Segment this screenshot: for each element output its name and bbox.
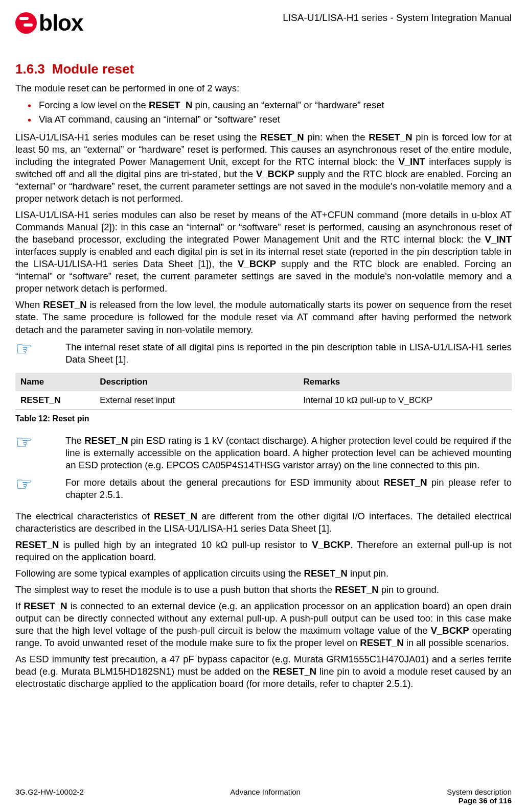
section-number: 1.6.3: [15, 61, 45, 77]
footer-section: System description: [447, 787, 512, 796]
note-text: The internal reset state of all digital …: [65, 341, 512, 366]
intro-paragraph: The module reset can be performed in one…: [15, 82, 512, 94]
section-title: Module reset: [52, 61, 134, 77]
page-number: Page 36 of 116: [447, 796, 512, 805]
table-header: Description: [95, 373, 298, 391]
table-header: Remarks: [298, 373, 512, 391]
body-paragraph: The simplest way to reset the module is …: [15, 584, 512, 596]
note-callout: ☞ The RESET_N pin ESD rating is 1 kV (co…: [15, 435, 512, 471]
table-row: RESET_N External reset input Internal 10…: [15, 391, 512, 410]
body-paragraph: When RESET_N is released from the low le…: [15, 299, 512, 336]
footer-left: 3G.G2-HW-10002-2: [15, 787, 84, 805]
pointing-hand-icon: ☞: [15, 476, 65, 491]
note-callout: ☞ For more details about the general pre…: [15, 476, 512, 501]
body-paragraph: As ESD immunity test precaution, a 47 pF…: [15, 653, 512, 690]
body-paragraph: If RESET_N is connected to an external d…: [15, 600, 512, 649]
footer-right: System description Page 36 of 116: [447, 787, 512, 805]
doc-title: LISA-U1/LISA-H1 series - System Integrat…: [283, 12, 512, 23]
reset-pin-table: Name Description Remarks RESET_N Externa…: [15, 373, 512, 410]
table-cell: RESET_N: [15, 391, 95, 410]
table-caption: Table 12: Reset pin: [15, 414, 512, 423]
ublox-logo: blox: [15, 10, 83, 36]
section-heading: 1.6.3Module reset: [15, 61, 512, 77]
footer-center: Advance Information: [230, 787, 301, 805]
body-paragraph: The electrical characteristics of RESET_…: [15, 510, 512, 535]
list-item: Forcing a low level on the RESET_N pin, …: [39, 99, 512, 112]
logo-text: blox: [39, 10, 83, 36]
body-paragraph: LISA-U1/LISA-H1 series modules can be re…: [15, 131, 512, 205]
pointing-hand-icon: ☞: [15, 435, 65, 449]
note-text: For more details about the general preca…: [65, 476, 512, 501]
pointing-hand-icon: ☞: [15, 341, 65, 356]
body-paragraph: Following are some typical examples of a…: [15, 567, 512, 580]
body-paragraph: RESET_N is pulled high by an integrated …: [15, 539, 512, 563]
page-footer: 3G.G2-HW-10002-2 Advance Information Sys…: [15, 787, 512, 805]
page-header: blox LISA-U1/LISA-H1 series - System Int…: [15, 10, 512, 36]
table-cell: Internal 10 kΩ pull-up to V_BCKP: [298, 391, 512, 410]
note-text: The RESET_N pin ESD rating is 1 kV (cont…: [65, 435, 512, 471]
reset-methods-list: Forcing a low level on the RESET_N pin, …: [15, 99, 512, 126]
list-item: Via AT command, causing an “internal” or…: [39, 113, 512, 126]
note-callout: ☞ The internal reset state of all digita…: [15, 341, 512, 366]
table-cell: External reset input: [95, 391, 298, 410]
body-paragraph: LISA-U1/LISA-H1 series modules can also …: [15, 209, 512, 295]
table-header: Name: [15, 373, 95, 391]
logo-icon: [15, 12, 37, 34]
